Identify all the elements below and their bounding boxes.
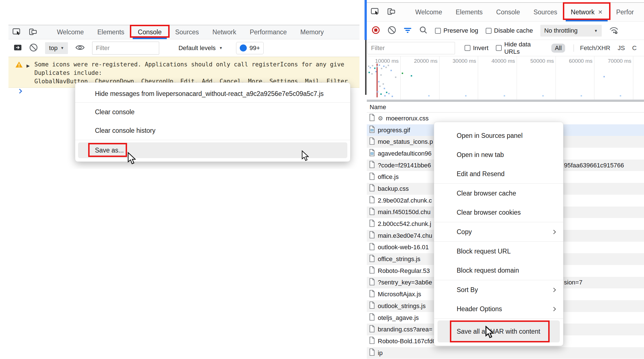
- timeline-ruler-label: 50000 ms: [528, 58, 554, 64]
- record-network-log-icon[interactable]: [371, 26, 380, 36]
- file-icon: [369, 348, 375, 358]
- timeline-ruler-label: 70000 ms: [606, 58, 631, 64]
- default-levels-dropdown[interactable]: Default levels ▼: [178, 44, 223, 52]
- request-name: MicrosoftAjax.js: [378, 291, 421, 298]
- type-filter-c[interactable]: C: [632, 44, 637, 52]
- network-overview-timeline[interactable]: 10000 ms20000 ms30000 ms40000 ms50000 ms…: [367, 56, 644, 100]
- request-activity-dot: [383, 83, 384, 85]
- panel-edge-dark-bar: [365, 40, 367, 95]
- file-icon: [369, 208, 375, 217]
- image-file-icon: [369, 125, 375, 135]
- tab-label: Sources: [534, 8, 557, 16]
- submenu-arrow-icon: [552, 288, 556, 292]
- timeline-ruler-label: 40000 ms: [490, 58, 515, 64]
- gear-icon: ⚙: [378, 115, 383, 122]
- tab-sources[interactable]: Sources: [168, 25, 206, 39]
- timeline-gridline: [517, 56, 517, 100]
- request-name: main.e3ed0e74.chu: [378, 232, 432, 239]
- network-filter-input[interactable]: [367, 42, 455, 54]
- devtools-toolbar-icons: [371, 8, 396, 16]
- preserve-log-checkbox[interactable]: Preserve log: [435, 27, 478, 34]
- menu-item-block-request-domain[interactable]: Block request domain: [434, 261, 563, 280]
- inspect-icon[interactable]: [371, 8, 379, 16]
- console-filter-input[interactable]: [92, 42, 159, 55]
- tab-perfor[interactable]: Perfor: [609, 3, 641, 21]
- checkbox-icon[interactable]: [486, 28, 492, 34]
- throttling-dropdown[interactable]: No throttling ▼: [540, 25, 602, 37]
- tab-network[interactable]: Network✕: [564, 3, 609, 21]
- menu-item-block-request-url[interactable]: Block request URL: [434, 242, 563, 261]
- menu-item-copy[interactable]: Copy: [434, 222, 563, 241]
- menu-item-clear-console-history[interactable]: Clear console history: [75, 121, 350, 140]
- tab-performance[interactable]: Performance: [243, 25, 294, 39]
- timeline-gridline: [633, 56, 633, 100]
- close-tab-icon[interactable]: ✕: [598, 9, 603, 15]
- live-expression-eye-icon[interactable]: [75, 44, 85, 52]
- device-toolbar-icon[interactable]: [29, 28, 37, 37]
- request-name: backup.css: [378, 185, 409, 192]
- tab-memory[interactable]: Memory: [294, 25, 330, 39]
- name-column-header[interactable]: Name: [370, 104, 386, 111]
- console-context-menu: Hide messages from livepersonacard_witho…: [75, 82, 350, 162]
- tab-label: Memory: [300, 28, 324, 36]
- inspect-icon[interactable]: [12, 28, 21, 37]
- console-prompt-chevron-icon[interactable]: [17, 89, 22, 94]
- checkbox-icon[interactable]: [496, 45, 502, 51]
- request-activity-dot: [388, 93, 390, 94]
- type-filter-js[interactable]: JS: [618, 44, 625, 52]
- request-activity-dot: [504, 95, 505, 97]
- console-sidebar-icon[interactable]: [14, 44, 22, 52]
- type-filter-all[interactable]: All: [551, 44, 565, 53]
- submenu-arrow-icon: [552, 230, 556, 234]
- device-toolbar-icon[interactable]: [387, 8, 396, 16]
- checkbox-icon[interactable]: [435, 28, 441, 34]
- menu-item-clear-console[interactable]: Clear console: [75, 103, 350, 121]
- menu-item-edit-and-resend[interactable]: Edit and Resend: [434, 164, 563, 183]
- menu-item-clear-browser-cookies[interactable]: Clear browser cookies: [434, 203, 563, 222]
- menu-item-label: Sort By: [457, 286, 478, 294]
- issues-badge[interactable]: 99+: [236, 42, 263, 54]
- javascript-context-dropdown[interactable]: top ▼: [45, 42, 68, 54]
- filter-icon[interactable]: [403, 26, 412, 35]
- menu-item-clear-browser-cache[interactable]: Clear browser cache: [434, 184, 563, 203]
- menu-item-sort-by[interactable]: Sort By: [434, 280, 563, 299]
- menu-item-open-in-sources-panel[interactable]: Open in Sources panel: [434, 126, 563, 145]
- tab-network[interactable]: Network: [206, 25, 243, 39]
- tab-elements[interactable]: Elements: [449, 3, 489, 21]
- tab-welcome[interactable]: Welcome: [50, 25, 90, 39]
- mouse-cursor-icon: [301, 150, 309, 163]
- tab-console[interactable]: Console: [489, 3, 527, 21]
- tab-console[interactable]: Console: [131, 25, 168, 39]
- request-row-ip[interactable]: ip: [367, 347, 644, 359]
- menu-item-open-in-new-tab[interactable]: Open in new tab: [434, 145, 563, 164]
- tab-elements[interactable]: Elements: [90, 25, 131, 39]
- menu-item-header-options[interactable]: Header Options: [434, 299, 563, 318]
- request-name: moeerrorux.css: [386, 115, 429, 122]
- invert-checkbox[interactable]: Invert: [465, 44, 488, 52]
- active-tab-underline: [133, 38, 166, 39]
- hide-data-urls-checkbox[interactable]: Hide data URLs: [496, 41, 546, 55]
- request-name: ?code=f29141bbe6: [378, 162, 431, 169]
- request-name: outlook-web-16.01: [378, 244, 429, 251]
- request-activity-dot: [379, 86, 381, 87]
- timeline-divider: [367, 100, 644, 102]
- menu-item-hide-messages-from-livepersonacard-without-react-a9c2a9256e7e5c09a5c7-js[interactable]: Hide messages from livepersonacard_witho…: [75, 85, 350, 102]
- requests-table-header[interactable]: Name: [367, 102, 644, 113]
- tab-sources[interactable]: Sources: [527, 3, 564, 21]
- tab-label: Elements: [97, 28, 124, 36]
- network-conditions-icon[interactable]: [609, 26, 619, 36]
- console-tabs: WelcomeElementsConsoleSourcesNetworkPerf…: [50, 25, 330, 39]
- menu-item-label: Open in new tab: [457, 151, 504, 159]
- active-tab-underline: [566, 20, 608, 21]
- disable-cache-checkbox[interactable]: Disable cache: [486, 27, 533, 34]
- expand-triangle-icon[interactable]: ▶: [26, 62, 30, 70]
- clear-console-icon[interactable]: [29, 43, 38, 53]
- timeline-gridline: [400, 56, 401, 100]
- panel-edge-blue-bar: [365, 0, 367, 40]
- tab-welcome[interactable]: Welcome: [408, 3, 449, 21]
- menu-item-save-all-as-har-with-content[interactable]: Save all as HAR with content: [438, 320, 560, 342]
- search-icon[interactable]: [419, 26, 428, 35]
- clear-network-log-icon[interactable]: [388, 26, 396, 35]
- type-filter-fetch-xhr[interactable]: Fetch/XHR: [580, 44, 610, 52]
- checkbox-icon[interactable]: [465, 45, 470, 51]
